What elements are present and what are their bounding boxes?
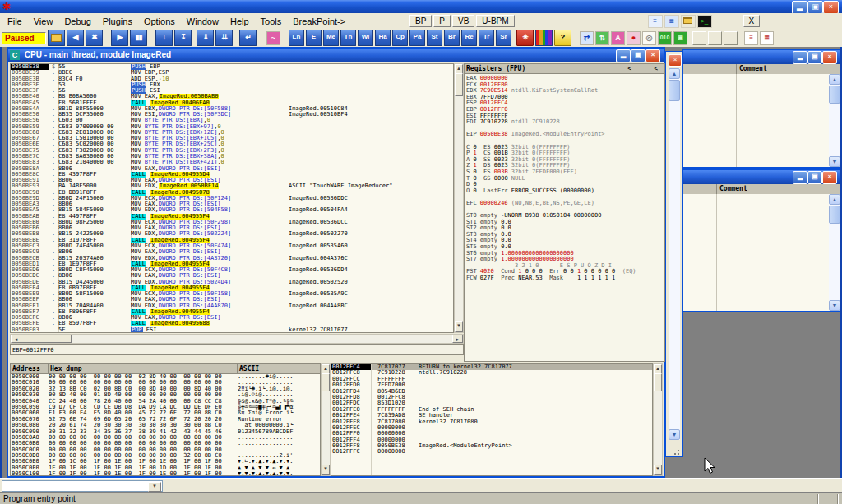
disasm-row[interactable]: 0050BE98.E8 DB91F8FFCALL ImageRed.004950… bbox=[11, 190, 453, 196]
assemble-icon[interactable]: A bbox=[611, 31, 625, 45]
note-doc-icon[interactable]: ≣ bbox=[760, 31, 774, 45]
scroll-up-icon[interactable]: ▲ bbox=[669, 68, 680, 79]
dump-header-address[interactable]: Address bbox=[11, 364, 49, 373]
options-button[interactable]: ✳ bbox=[516, 30, 534, 46]
register-line[interactable]: FCW 027F Prec NEAR,53 Mask 1 1 1 1 1 1 bbox=[466, 275, 664, 282]
close-icon[interactable]: × bbox=[822, 171, 837, 184]
disasm-row[interactable]: 0050BE67.C683 C5010000 00MOV BYTE PTR DS… bbox=[11, 136, 453, 141]
scroll-down-icon[interactable]: ▼ bbox=[654, 465, 662, 475]
patch-icon[interactable]: ⇅ bbox=[595, 31, 609, 45]
stack-row[interactable]: 0012FFFC00000000 bbox=[331, 449, 652, 455]
disasm-row[interactable]: 0050BED6.8B0D C8F45000MOV ECX,DWORD PTR … bbox=[11, 267, 453, 273]
scroll-down-icon[interactable]: ▼ bbox=[455, 321, 463, 332]
menu-item-breakpoint[interactable]: BreakPoint-> bbox=[287, 15, 351, 28]
scroll-up-icon[interactable]: ▲ bbox=[829, 194, 840, 205]
toolbar-button-wi[interactable]: Wi bbox=[358, 30, 373, 46]
close-button[interactable]: × bbox=[823, 1, 839, 14]
go-back-button[interactable]: ◀ bbox=[67, 30, 84, 46]
spiral-icon[interactable]: ◎ bbox=[642, 31, 656, 45]
close-program-button[interactable]: ✖ bbox=[86, 30, 103, 46]
stack-pane[interactable]: 0012FFC47C817077RETURN to kernel32.7C817… bbox=[331, 363, 653, 476]
hidden-window-close-button[interactable]: × bbox=[669, 54, 682, 67]
execute-till-return-button[interactable]: ↵ bbox=[239, 30, 257, 46]
command-combobox[interactable]: ▼ bbox=[2, 480, 163, 492]
pause-button[interactable]: ▮▮ bbox=[130, 30, 147, 46]
close-icon[interactable]: × bbox=[645, 49, 660, 62]
binary-icon[interactable]: 010 bbox=[658, 31, 672, 45]
disasm-row[interactable]: 0050BEC3.8B0D 74F45000MOV ECX,DWORD PTR … bbox=[11, 243, 453, 249]
disasm-row[interactable]: 0050BE39.8BECMOV EBP,ESP bbox=[11, 70, 453, 76]
dump-header-ascii[interactable]: ASCII bbox=[238, 364, 320, 373]
disasm-row[interactable]: 0050BECB.8B15 20374A00MOV EDX,DWORD PTR … bbox=[11, 256, 453, 261]
toolbar-button-ln[interactable]: Ln bbox=[289, 30, 304, 46]
disasm-row[interactable]: 0050BEB8.8B15 24225000MOV EDX,DWORD PTR … bbox=[11, 231, 453, 237]
disasm-row[interactable]: 0050BEDE.8B15 D4245000MOV EDX,DWORD PTR … bbox=[11, 280, 453, 285]
disasm-row[interactable]: 0050BE83.C683 21040000 00MOV BYTE PTR DS… bbox=[11, 160, 453, 165]
minimize-button[interactable]: ▂ bbox=[793, 171, 807, 184]
disasm-row[interactable]: 0050BEA3.8B06MOV EAX,DWORD PTR DS:[ESI] bbox=[11, 201, 453, 207]
disasm-row[interactable]: 0050BEDC.8B06MOV EAX,DWORD PTR DS:[ESI] bbox=[11, 273, 453, 279]
resize-grip[interactable] bbox=[673, 447, 682, 455]
menu-item-options[interactable]: Options bbox=[138, 15, 181, 28]
register-line[interactable]: EFL 00000246 (NO,NB,E,BE,NS,PE,GE,LE) bbox=[466, 201, 664, 207]
disasm-row[interactable]: 0050BF03.5EPOP ESIkernel32.7C817077 bbox=[11, 327, 453, 333]
notes-icon[interactable]: ≣ bbox=[664, 15, 679, 28]
step-into-button[interactable]: ↓ bbox=[155, 30, 173, 46]
disasm-row[interactable]: 0050BE3B.83C4 F0ADD ESP,-10 bbox=[11, 76, 453, 82]
scroll-down-icon[interactable]: ▼ bbox=[829, 300, 840, 311]
plugin-toolbar-close-button[interactable]: X bbox=[743, 15, 761, 27]
disasm-row[interactable]: 0050BEFE.E8 8597F8FFCALL ImageRed.004956… bbox=[11, 321, 453, 326]
disasm-row[interactable]: 0050BE7C.C683 8A030000 00MOV BYTE PTR DS… bbox=[11, 154, 453, 160]
swap-arrows-icon[interactable]: ⇄ bbox=[580, 31, 594, 45]
minimize-button[interactable]: ▂ bbox=[793, 51, 807, 64]
disasm-row[interactable]: 0050BE38$55PUSH EBP bbox=[11, 64, 453, 70]
register-line[interactable]: EDI 7C910228 ntdll.7C910228 bbox=[466, 119, 664, 126]
disassembly-pane[interactable]: 0050BE38$55PUSH EBP0050BE39.8BECMOV EBP,… bbox=[10, 63, 454, 333]
toolbar-button-st[interactable]: St bbox=[427, 30, 442, 46]
dump-header-hex[interactable]: Hex dump bbox=[49, 364, 238, 373]
main-titlebar[interactable]: ✱ ▂ ▣ × bbox=[0, 0, 842, 13]
toolbar-button-me[interactable]: Me bbox=[323, 30, 339, 46]
disabled-button-3[interactable] bbox=[724, 31, 738, 45]
menu-item-tools[interactable]: Tools bbox=[255, 15, 288, 28]
trace-button[interactable]: ~ bbox=[266, 31, 280, 45]
breakpoint-icon[interactable]: ● bbox=[627, 31, 641, 45]
disasm-row[interactable]: 0050BEC9.8B06MOV EAX,DWORD PTR DS:[ESI] bbox=[11, 249, 453, 255]
disasm-row[interactable]: 0050BED1.E8 1E97F8FFCALL ImageRed.004955… bbox=[11, 261, 453, 267]
disasm-row[interactable]: 0050BE9D.8B0D 24F15000MOV ECX,DWORD PTR … bbox=[11, 196, 453, 201]
run-button[interactable]: ▶ bbox=[111, 30, 128, 46]
console-icon[interactable]: >_ bbox=[697, 15, 712, 28]
plugin-button-p[interactable]: P bbox=[433, 15, 451, 27]
disasm-row[interactable]: 0050BE56.C603 00MOV BYTE PTR DS:[EBX],0 bbox=[11, 118, 453, 123]
cpu-window-titlebar[interactable]: C CPU - main thread, module ImageRed ▂ ▣… bbox=[8, 49, 664, 62]
plugin-button-bp[interactable]: BP bbox=[409, 15, 432, 27]
plugin-button-vb[interactable]: VB bbox=[452, 15, 474, 27]
disasm-row[interactable]: 0050BEF7.E8 F896F8FFCALL ImageRed.004955… bbox=[11, 309, 453, 315]
toolbar-button-sr[interactable]: Sr bbox=[496, 30, 511, 46]
disasm-row[interactable]: 0050BEEF.8B06MOV EAX,DWORD PTR DS:[ESI] bbox=[11, 297, 453, 303]
hexdump-vscrollbar[interactable]: ▲ ▼ bbox=[321, 363, 331, 476]
comment-window-bottom-titlebar[interactable]: ▂ ▣ × bbox=[683, 170, 840, 184]
plugin-button-ubpm[interactable]: U-BPM bbox=[476, 15, 514, 27]
disasm-row[interactable]: 0050BEA5.8B15 584F5000MOV EDX,DWORD PTR … bbox=[11, 207, 453, 213]
chevron-down-icon[interactable]: ▼ bbox=[148, 482, 161, 492]
animate-into-button[interactable]: ⇓ bbox=[197, 30, 214, 46]
column-header-comment[interactable]: Comment bbox=[717, 184, 747, 194]
disasm-row[interactable]: 0050BE3F.56PUSH ESI bbox=[11, 88, 453, 94]
hexdump-pane[interactable]: Address Hex dump ASCII 0050C00000 00 00 … bbox=[10, 363, 321, 476]
toolbar-button-cp[interactable]: Cp bbox=[392, 30, 408, 46]
disasm-row[interactable]: 0050BEF1.8B15 70A84A00MOV EDX,DWORD PTR … bbox=[11, 303, 453, 309]
disasm-row[interactable]: 0050BE91.8B06MOV EAX,DWORD PTR DS:[ESI] bbox=[11, 178, 453, 183]
scroll-down-icon[interactable]: ▼ bbox=[829, 156, 840, 167]
toolbar-button-e[interactable]: E bbox=[306, 30, 322, 46]
column-header-blank[interactable] bbox=[683, 184, 717, 194]
close-icon[interactable]: × bbox=[822, 51, 837, 64]
minimize-button[interactable]: ▂ bbox=[616, 49, 631, 62]
disasm-row[interactable]: 0050BE8C.E8 4397F8FFCALL ImageRed.004955… bbox=[11, 172, 453, 178]
comment-window-bottom-scrollbar[interactable]: ▲ ▼ bbox=[829, 194, 840, 311]
disasm-row[interactable]: 0050BE6E.C683 5C020000 00MOV BYTE PTR DS… bbox=[11, 141, 453, 147]
toolbar-button-re[interactable]: Re bbox=[461, 30, 477, 46]
scroll-up-icon[interactable]: ▲ bbox=[829, 74, 840, 85]
scroll-down-icon[interactable]: ▼ bbox=[669, 429, 680, 440]
disassembly-vscrollbar[interactable]: ▲ ▼ bbox=[454, 63, 464, 333]
